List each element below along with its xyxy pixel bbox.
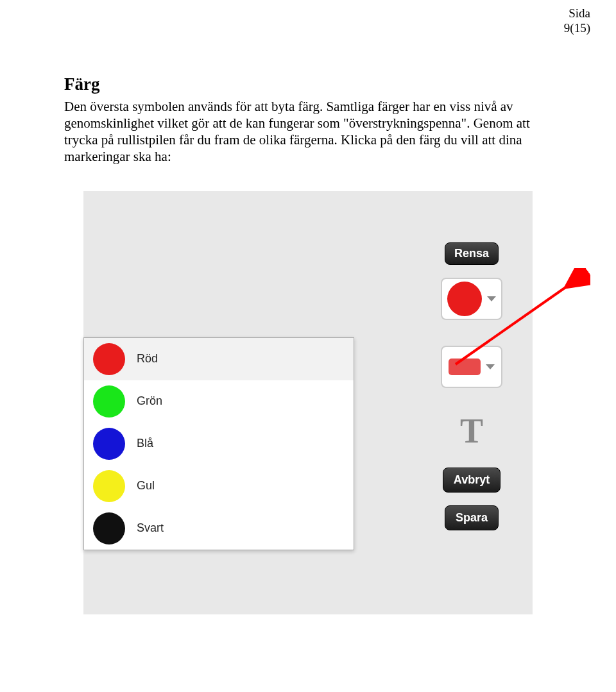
color-picker-button[interactable] <box>441 278 502 320</box>
color-option-label: Blå <box>137 437 153 450</box>
content: Färg Den översta symbolen används för at… <box>0 36 616 614</box>
tool-panel: Rensa T Avbryt Spara <box>430 191 513 543</box>
chevron-down-icon <box>487 296 496 301</box>
save-button[interactable]: Spara <box>445 505 499 530</box>
text-tool-button[interactable]: T <box>441 414 502 448</box>
figure: Rensa T Avbryt Spara RödGrönBlåGulSvart <box>83 191 533 614</box>
color-swatch-icon <box>93 428 125 460</box>
page-label: Sida <box>0 6 590 21</box>
color-option-label: Grön <box>137 394 162 408</box>
color-dropdown: RödGrönBlåGulSvart <box>83 337 354 550</box>
color-option[interactable]: Gul <box>84 465 354 507</box>
color-option-label: Gul <box>137 479 155 493</box>
color-swatch-icon <box>93 385 125 418</box>
page-header: Sida 9(15) <box>0 0 616 36</box>
color-swatch-icon <box>93 343 125 375</box>
color-option-label: Röd <box>137 352 158 366</box>
chevron-down-icon <box>486 364 495 369</box>
color-option[interactable]: Blå <box>84 423 354 465</box>
color-option[interactable]: Svart <box>84 507 354 550</box>
clear-button[interactable]: Rensa <box>445 242 499 265</box>
color-swatch-icon <box>93 512 125 544</box>
color-option[interactable]: Röd <box>84 338 354 380</box>
shape-picker-button[interactable] <box>441 346 502 388</box>
color-option[interactable]: Grön <box>84 380 354 423</box>
cancel-button[interactable]: Avbryt <box>443 468 501 493</box>
section-title: Färg <box>64 74 552 94</box>
current-shape-swatch <box>449 359 481 375</box>
color-option-label: Svart <box>137 521 164 535</box>
page-number: 9(15) <box>0 21 590 36</box>
current-color-swatch <box>447 282 482 316</box>
color-swatch-icon <box>93 470 125 502</box>
section-body: Den översta symbolen används för att byt… <box>64 98 552 165</box>
